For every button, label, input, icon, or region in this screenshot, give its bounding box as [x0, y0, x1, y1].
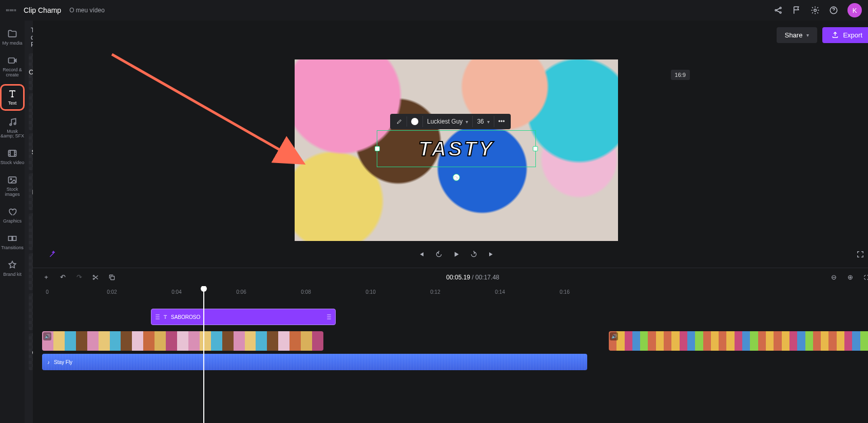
text-style-tile[interactable]: Beach	[29, 253, 33, 290]
add-icon[interactable]: +	[42, 273, 50, 281]
text-style-tile[interactable]: carvalho	[29, 333, 33, 370]
svg-point-2	[780, 12, 781, 13]
magic-wand-icon[interactable]	[48, 250, 56, 258]
share-label: Share	[785, 31, 803, 39]
text-clip[interactable]: SABOROSO	[151, 309, 336, 325]
play-icon[interactable]	[452, 250, 460, 258]
rail-music-sfx[interactable]: Musk &amp; SFX	[0, 114, 25, 143]
text-style-tile[interactable]: Cabeçalho	[29, 53, 33, 90]
skip-end-icon[interactable]	[487, 250, 495, 258]
toolbar-size-label: 36	[477, 118, 484, 125]
svg-point-3	[814, 9, 817, 12]
chevron-down-icon: ▾	[466, 119, 468, 125]
share-button[interactable]: Share▾	[777, 27, 818, 43]
rail-label: Brand kit	[3, 272, 22, 277]
ruler-tick: 0:12	[430, 289, 440, 295]
ruler-tick: 0:14	[495, 289, 505, 295]
zoom-out-icon[interactable]: ⊖	[830, 273, 838, 281]
ruler-tick: 0:06	[236, 289, 246, 295]
aspect-ratio-badge[interactable]: 16:9	[671, 70, 690, 80]
video-clip-2[interactable]: 🔊	[609, 331, 868, 351]
speaker-icon[interactable]: 🔊	[610, 332, 618, 340]
rail-brand-kit[interactable]: Brand kit	[0, 257, 25, 280]
rail-graphics[interactable]: Graphics	[0, 204, 25, 227]
rail-label: Musk &amp; SFX	[0, 129, 25, 139]
svg-point-0	[775, 10, 777, 11]
svg-rect-12	[13, 236, 16, 240]
toolbar-font-label: Luckiest Guy	[427, 118, 462, 125]
music-note-icon: ♪	[47, 359, 50, 365]
help-icon[interactable]	[829, 6, 838, 15]
collapse-panel-button[interactable]: ‹	[32, 226, 33, 244]
rail-stock-video[interactable]: Stock video	[0, 145, 25, 169]
app-name: Clip Champ	[24, 6, 61, 14]
app-grid-icon[interactable]	[6, 6, 15, 15]
svg-rect-8	[9, 151, 16, 157]
edit-pencil-icon[interactable]	[392, 116, 407, 127]
speaker-icon[interactable]: 🔊	[43, 332, 51, 340]
avatar[interactable]: K	[847, 3, 862, 17]
timeline[interactable]: 00:020:040:060:080:100:120:140:16 SABORO…	[33, 286, 868, 423]
clip-grip-right[interactable]	[327, 312, 331, 322]
svg-rect-5	[9, 58, 15, 63]
text-clip-label: SABOROSO	[171, 314, 200, 320]
svg-rect-9	[9, 177, 16, 183]
text-style-tile[interactable]: BLOCO	[29, 293, 33, 330]
svg-line-16	[112, 54, 297, 159]
forward-icon[interactable]	[470, 250, 478, 258]
audio-waveform	[42, 354, 587, 370]
text-style-tile[interactable]: Subtítulo	[29, 133, 33, 170]
ruler-tick: 0	[46, 289, 49, 295]
toolbar-color[interactable]	[407, 116, 423, 127]
audio-clip[interactable]: ♪ Stay Fly	[42, 354, 587, 370]
tile-label: Cabeçalho	[29, 68, 33, 76]
rail-record-create[interactable]: Record & create	[0, 52, 25, 81]
rail-transitions[interactable]: Transitions	[0, 230, 25, 254]
top-bar: Clip Champ O meu vídeo K	[0, 0, 868, 21]
fit-timeline-icon[interactable]	[862, 273, 868, 281]
ruler-tick: 0:16	[560, 289, 569, 295]
text-track[interactable]: SABOROSO	[42, 309, 868, 328]
export-button[interactable]: Export	[822, 27, 868, 43]
rail-my-media[interactable]: My media	[0, 26, 25, 49]
project-name[interactable]: O meu vídeo	[69, 7, 105, 14]
text-styles-panel: Texto do Paul Cabeçalho Subcabeçalho Sim…	[25, 21, 33, 423]
rail-label: Text	[8, 101, 17, 106]
copy-icon[interactable]	[108, 273, 116, 281]
ruler-tick: 0:10	[365, 289, 375, 295]
timeline-ruler[interactable]: 00:020:040:060:080:100:120:140:16	[42, 286, 868, 297]
svg-rect-11	[9, 236, 12, 240]
video-clip-1[interactable]: 🔊	[42, 331, 323, 351]
clip-grip-left[interactable]	[156, 312, 160, 322]
rail-stock-images[interactable]: Stock images	[0, 172, 25, 200]
share-network-icon[interactable]	[774, 6, 783, 15]
video-preview[interactable]: Luckiest Guy ▾ 36 ▾ ••• TASTY ⟳	[295, 59, 618, 241]
text-overlay-box[interactable]: TASTY ⟳	[377, 130, 536, 167]
gear-icon[interactable]	[811, 6, 820, 15]
more-dots-icon[interactable]: •••	[494, 116, 509, 127]
toolbar-size[interactable]: 36 ▾	[473, 116, 494, 127]
zoom-in-icon[interactable]: ⊕	[846, 273, 854, 281]
rotate-handle[interactable]: ⟳	[453, 174, 460, 181]
svg-point-1	[780, 7, 781, 9]
resize-handle-left[interactable]	[375, 146, 380, 151]
scissors-icon[interactable]	[91, 273, 100, 281]
rail-label: My media	[2, 41, 22, 46]
text-style-tile[interactable]: LÚDICO	[29, 173, 33, 210]
rail-label: Stock images	[0, 187, 25, 197]
rail-text[interactable]: Text	[0, 84, 25, 111]
skip-start-icon[interactable]	[417, 250, 426, 258]
color-swatch-icon	[411, 118, 418, 125]
toolbar-font[interactable]: Luckiest Guy ▾	[423, 116, 473, 127]
rail-label: Transitions	[1, 246, 24, 251]
text-style-tile[interactable]: Simples	[29, 93, 33, 130]
playhead[interactable]	[203, 286, 204, 423]
audio-track[interactable]: ♪ Stay Fly	[42, 354, 868, 373]
fullscreen-icon[interactable]	[856, 250, 864, 258]
redo-icon[interactable]: ↷	[75, 273, 83, 281]
resize-handle-right[interactable]	[533, 146, 538, 151]
rewind-icon[interactable]	[435, 250, 443, 258]
overlay-text[interactable]: TASTY	[418, 137, 494, 160]
undo-icon[interactable]: ↶	[59, 273, 67, 281]
flag-icon[interactable]	[792, 6, 801, 15]
